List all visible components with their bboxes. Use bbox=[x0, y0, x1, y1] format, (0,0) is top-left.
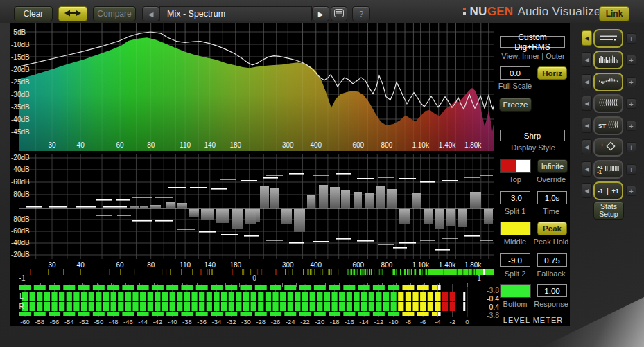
slot5-expand-button[interactable]: ◀ bbox=[582, 118, 592, 133]
split2-label: Split 2 bbox=[496, 269, 534, 278]
middle-color bbox=[501, 222, 530, 235]
waveform-strokes-icon bbox=[598, 98, 619, 110]
svg-text:800: 800 bbox=[381, 141, 393, 149]
svg-text:140: 140 bbox=[204, 261, 216, 269]
response-field[interactable]: 1.00 bbox=[537, 284, 567, 297]
compare-button[interactable]: Compare bbox=[93, 6, 136, 21]
svg-text:-35dB: -35dB bbox=[11, 103, 30, 111]
chevron-left-icon: ◀ bbox=[148, 10, 154, 18]
svg-text:-14: -14 bbox=[359, 318, 369, 326]
svg-text:-42: -42 bbox=[153, 318, 163, 326]
slot2-expand-button[interactable]: ◀ bbox=[582, 52, 592, 67]
middle-color-swatch[interactable] bbox=[500, 222, 531, 235]
preset-next-button[interactable]: ▶ bbox=[312, 6, 329, 21]
svg-text:1.40k: 1.40k bbox=[439, 141, 456, 149]
st-label: ST bbox=[598, 123, 607, 130]
split2-field[interactable]: -9.0 bbox=[500, 253, 530, 267]
svg-text:40: 40 bbox=[77, 261, 85, 269]
svg-text:180: 180 bbox=[229, 261, 241, 269]
svg-text:-40dB: -40dB bbox=[11, 116, 30, 123]
peak-hold-button[interactable]: Peak bbox=[537, 222, 567, 235]
preset-prev-button[interactable]: ◀ bbox=[142, 6, 159, 21]
svg-text:-80dB: -80dB bbox=[11, 190, 30, 198]
svg-text:-32: -32 bbox=[227, 318, 236, 326]
ruler-label-pos1: 1 bbox=[473, 274, 485, 282]
slot3-expand-button[interactable]: ◀ bbox=[582, 74, 592, 89]
slot7-expand-button[interactable]: ◀ bbox=[582, 161, 592, 177]
slot8-expand-button[interactable]: ◀ bbox=[582, 183, 592, 198]
logo-nu: NU bbox=[470, 5, 487, 19]
chevron-left-icon: ◀ bbox=[584, 123, 589, 129]
scatter-wave-icon bbox=[598, 76, 619, 89]
slot6-add-button[interactable]: + bbox=[626, 142, 636, 152]
slot3-spectrogram-button[interactable] bbox=[593, 73, 623, 91]
top-color-swatch[interactable] bbox=[500, 159, 531, 173]
time-label: Time bbox=[532, 207, 570, 215]
svg-text:300: 300 bbox=[282, 261, 294, 269]
logo-colon-icon bbox=[463, 8, 466, 15]
preset-name-field[interactable]: Mix - Spectrum bbox=[159, 6, 312, 21]
split1-field[interactable]: -3.0 bbox=[500, 191, 530, 204]
override-button[interactable]: Infinite bbox=[537, 159, 568, 173]
peak-hold-label: Peak Hold bbox=[532, 238, 570, 246]
svg-text:-50: -50 bbox=[94, 318, 103, 326]
svg-text:-8: -8 bbox=[406, 318, 411, 326]
display-style-label: Display Style bbox=[496, 143, 570, 152]
svg-text:-56: -56 bbox=[50, 318, 60, 326]
stats-setup-button[interactable]: StatsSetup bbox=[593, 202, 624, 220]
slot7-correlation-history-button[interactable]: +1-1 bbox=[593, 160, 623, 179]
slot6-vectorscope-button[interactable]: +− bbox=[593, 138, 623, 157]
slot7-add-button[interactable]: + bbox=[626, 164, 636, 175]
chevron-left-icon: ◀ bbox=[584, 144, 589, 150]
time-field[interactable]: 1.0s bbox=[537, 191, 567, 204]
svg-text:-4: -4 bbox=[435, 318, 440, 326]
swap-ab-button[interactable] bbox=[58, 6, 87, 21]
bottom-color-swatch[interactable] bbox=[500, 284, 531, 298]
slot6-expand-button[interactable]: ◀ bbox=[582, 139, 592, 154]
svg-text:-46: -46 bbox=[123, 318, 133, 326]
slot4-expand-button[interactable]: ◀ bbox=[582, 96, 592, 111]
plus-icon: + bbox=[629, 78, 633, 87]
clear-button[interactable]: Clear bbox=[14, 6, 53, 21]
svg-text:110: 110 bbox=[180, 141, 191, 149]
plugin-window: Clear Compare ◀ Mix - Spectrum ▶ ? N bbox=[0, 0, 644, 347]
svg-text:-25dB: -25dB bbox=[11, 78, 30, 86]
slot8-add-button[interactable]: + bbox=[626, 186, 636, 196]
slot5-add-button[interactable]: + bbox=[626, 121, 636, 131]
freeze-button[interactable]: Freeze bbox=[499, 98, 532, 112]
help-button[interactable]: ? bbox=[352, 6, 370, 21]
fallback-field[interactable]: 0.75 bbox=[537, 253, 567, 267]
svg-text:-60: -60 bbox=[20, 318, 30, 326]
view-mode-label[interactable]: View: Inner | Outer bbox=[496, 52, 570, 60]
svg-text:-24: -24 bbox=[286, 318, 295, 326]
meter-mode-field[interactable]: Custom Dig+RMS bbox=[500, 36, 565, 48]
meter-readout-rms-bottom: -3.8 bbox=[473, 311, 499, 319]
svg-text:R: R bbox=[19, 303, 24, 310]
slot1-expand-button[interactable]: ◀ bbox=[582, 30, 592, 46]
slot5-stereo-waveform-button[interactable]: ST bbox=[593, 116, 623, 135]
svg-text:-52: -52 bbox=[79, 318, 89, 326]
slot2-add-button[interactable]: + bbox=[626, 55, 636, 65]
plus-icon: + bbox=[629, 166, 633, 174]
swap-arrows-icon bbox=[64, 9, 81, 19]
slot1-add-button[interactable]: + bbox=[626, 33, 636, 44]
plus-icon: + bbox=[629, 143, 633, 152]
slot1-level-meter-button[interactable] bbox=[593, 29, 623, 48]
svg-text:-16: -16 bbox=[345, 318, 354, 326]
svg-text:1.80k: 1.80k bbox=[464, 261, 482, 269]
svg-text:110: 110 bbox=[180, 261, 191, 269]
slot8-correlation-meter-button[interactable]: -1 | +1 bbox=[593, 181, 623, 200]
svg-text:1.10k: 1.10k bbox=[412, 261, 429, 269]
slot3-add-button[interactable]: + bbox=[626, 77, 636, 87]
plus-icon: + bbox=[629, 100, 633, 108]
full-scale-field[interactable]: 0.0 bbox=[500, 66, 530, 80]
slot2-spectrum-button[interactable] bbox=[593, 51, 623, 69]
svg-text:1.80k: 1.80k bbox=[464, 141, 482, 149]
svg-text:-30: -30 bbox=[241, 318, 251, 326]
level-meter: LR-60-58-56-54-52-50-48-46-44-42-40-38-3… bbox=[10, 284, 494, 326]
horiz-button[interactable]: Horiz bbox=[537, 66, 567, 80]
slot4-waveform-button[interactable] bbox=[593, 94, 623, 113]
display-style-field[interactable]: Shrp bbox=[500, 130, 565, 141]
slot4-add-button[interactable]: + bbox=[626, 98, 636, 109]
preset-list-button[interactable] bbox=[331, 6, 347, 21]
